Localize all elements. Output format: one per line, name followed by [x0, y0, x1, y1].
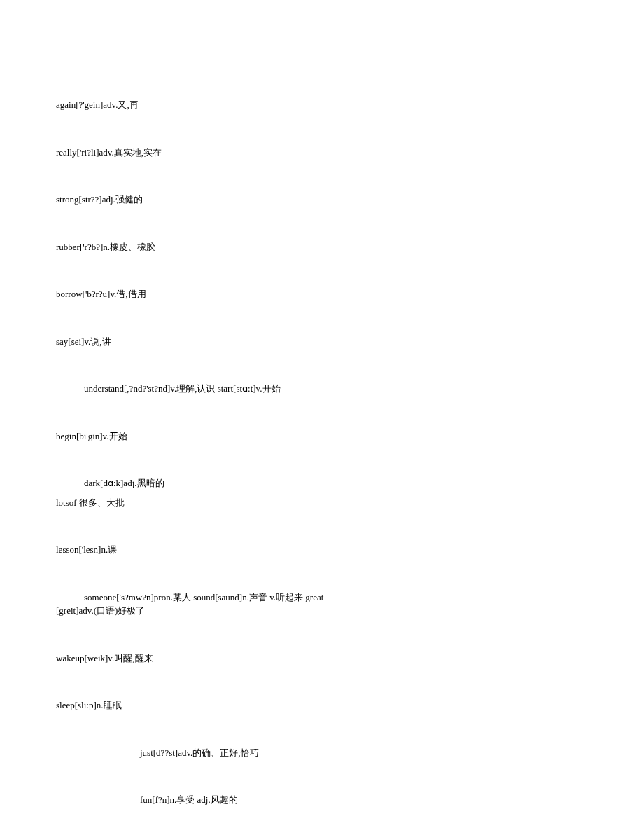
vocab-entry: [greit]adv.(口语)好极了: [56, 604, 588, 618]
vocab-entry: sleep[sli:p]n.睡眠: [56, 698, 588, 712]
vocab-entry: say[sei]v.说,讲: [56, 335, 588, 349]
vocab-entry: wakeup[weik]v.叫醒,醒来: [56, 651, 588, 665]
vocab-entry: strong[str??]adj.强健的: [56, 193, 588, 207]
vocab-entry: fun[f?n]n.享受 adj.风趣的: [56, 793, 588, 807]
vocab-entry: begin[bi'gin]v.开始: [56, 429, 588, 443]
vocab-entry: lotsof 很多、大批: [56, 496, 588, 510]
vocab-entry: dark[dɑ:k]adj.黑暗的: [56, 476, 588, 490]
vocab-entry: someone['s?mw?n]pron.某人 sound[saund]n.声音…: [56, 591, 588, 605]
vocab-entry: really['ri?li]adv.真实地,实在: [56, 146, 588, 160]
vocab-entry: just[d??st]adv.的确、正好,恰巧: [56, 746, 588, 760]
vocab-entry: understand[,?nd?'st?nd]v.理解,认识 start[stɑ…: [56, 382, 588, 396]
vocabulary-list: again[?'gein]adv.又,再 really['ri?li]adv.真…: [56, 98, 588, 807]
vocab-entry: again[?'gein]adv.又,再: [56, 98, 588, 112]
vocab-entry: borrow['b?r?u]v.借,借用: [56, 287, 588, 301]
vocab-entry: lesson['lesn]n.课: [56, 543, 588, 557]
vocab-entry: rubber['r?b?]n.橡皮、橡胶: [56, 240, 588, 254]
